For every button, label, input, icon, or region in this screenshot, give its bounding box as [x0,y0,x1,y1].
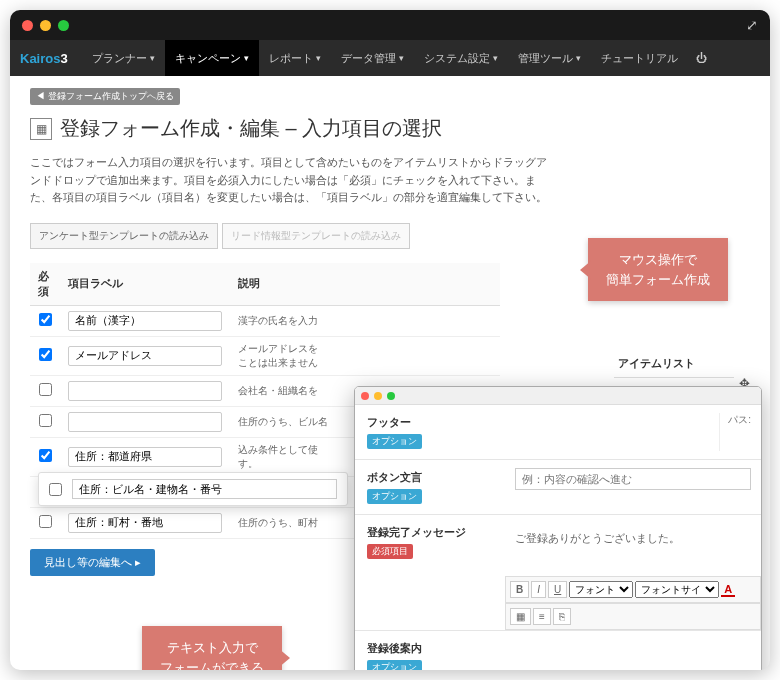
page-title: 登録フォーム作成・編集 – 入力項目の選択 [60,115,442,142]
form-icon: ▦ [30,118,52,140]
breadcrumb-back[interactable]: ◀ 登録フォーム作成トップへ戻る [30,88,180,105]
callout-mouse: マウス操作で 簡単フォーム作成 [588,238,728,301]
desc-cell: メールアドレスを ことは出来ません [230,336,500,375]
template-survey-button[interactable]: アンケート型テンプレートの読み込み [30,223,218,249]
nav-item-2[interactable]: レポート ▾ [259,40,331,76]
table-row: 漢字の氏名を入力 [30,305,500,336]
label-input[interactable] [68,346,222,366]
path-label: パス: [719,413,751,451]
italic-button[interactable]: I [531,581,546,598]
nav-item-3[interactable]: データ管理 ▾ [331,40,414,76]
next-step-button[interactable]: 見出し等の編集へ ▸ [30,549,155,576]
expand-icon[interactable]: ⤢ [746,17,758,33]
nav-item-4[interactable]: システム設定 ▾ [414,40,508,76]
main-window: ⤢ Kairos3 プランナー ▾キャンペーン ▾レポート ▾データ管理 ▾シス… [10,10,770,670]
nav-item-1[interactable]: キャンペーン ▾ [165,40,259,76]
font-color-button[interactable]: A [721,583,735,597]
dragging-row[interactable] [38,472,348,506]
label-input[interactable] [68,311,222,331]
tool-icon[interactable]: ≡ [533,608,551,625]
font-select[interactable]: フォント [569,581,633,598]
subwin-titlebar [355,387,761,405]
subwin-row-right: パス: [505,405,761,459]
subwin-min-dot[interactable] [374,392,382,400]
fontsize-select[interactable]: フォントサイ [635,581,719,598]
item-list-header: アイテムリスト [614,350,734,378]
subwin-row-title: 登録後案内 [367,641,493,656]
subwin-tag: オプション [367,489,422,504]
subwin-tag: オプション [367,660,422,670]
subwin-row: 登録完了メッセージ必須項目ご登録ありがとうございました。BIUフォントフォントサ… [355,515,761,631]
dragging-label-input[interactable] [72,479,337,499]
subwin-row: 登録後案内オプション [355,631,761,670]
bold-button[interactable]: B [510,581,529,598]
subwin-row-right: ご登録ありがとうございました。BIUフォントフォントサイA▦≡⎘ [505,515,761,630]
tool-icon[interactable]: ⎘ [553,608,571,625]
page-description: ここではフォーム入力項目の選択を行います。項目として含めたいものをアイテムリスト… [30,154,550,207]
label-input[interactable] [68,513,222,533]
nav-item-5[interactable]: 管理ツール ▾ [508,40,591,76]
traffic-lights [22,20,69,31]
nav-item-6[interactable]: チュートリアル [591,40,688,76]
required-checkbox[interactable] [39,515,52,528]
content-area: ◀ 登録フォーム作成トップへ戻る ▦ 登録フォーム作成・編集 – 入力項目の選択… [10,76,770,670]
brand-suffix: 3 [60,51,67,66]
brand-name: Kairos [20,51,60,66]
callout-text: テキスト入力で フォームができる [142,626,282,670]
subwin-row-title: ボタン文言 [367,470,493,485]
required-checkbox[interactable] [39,383,52,396]
close-dot[interactable] [22,20,33,31]
subwin-tag: 必須項目 [367,544,413,559]
col-required: 必須 [30,263,60,306]
complete-message-text: ご登録ありがとうございました。 [505,515,761,576]
subwin-row-title: 登録完了メッセージ [367,525,493,540]
required-checkbox[interactable] [39,348,52,361]
editor-toolbar: BIUフォントフォントサイA [505,576,761,603]
subwin-row: フッターオプションパス: [355,405,761,460]
subwin-row-right [505,631,761,670]
button-text-input[interactable] [515,468,751,490]
col-label: 項目ラベル [60,263,230,306]
table-row: メールアドレスを ことは出来ません [30,336,500,375]
editor-toolbar-2: ▦≡⎘ [505,603,761,630]
minimize-dot[interactable] [40,20,51,31]
subwin-zoom-dot[interactable] [387,392,395,400]
subwin-row-right [505,460,761,514]
col-desc: 説明 [230,263,500,306]
zoom-dot[interactable] [58,20,69,31]
dragging-checkbox[interactable] [49,483,62,496]
label-input[interactable] [68,412,222,432]
subwin-body: フッターオプションパス:ボタン文言オプション登録完了メッセージ必須項目ご登録あり… [355,405,761,670]
required-checkbox[interactable] [39,313,52,326]
power-icon[interactable]: ⏻ [688,40,715,76]
subwin-close-dot[interactable] [361,392,369,400]
nav-item-0[interactable]: プランナー ▾ [82,40,165,76]
subwin-row-title: フッター [367,415,493,430]
brand-logo[interactable]: Kairos3 [20,51,68,66]
underline-button[interactable]: U [548,581,567,598]
top-nav: Kairos3 プランナー ▾キャンペーン ▾レポート ▾データ管理 ▾システム… [10,40,770,76]
subwin-row: ボタン文言オプション [355,460,761,515]
required-checkbox[interactable] [39,449,52,462]
tool-icon[interactable]: ▦ [510,608,531,625]
page-title-row: ▦ 登録フォーム作成・編集 – 入力項目の選択 [30,115,750,142]
secondary-window: フッターオプションパス:ボタン文言オプション登録完了メッセージ必須項目ご登録あり… [354,386,762,670]
window-titlebar: ⤢ [10,10,770,40]
desc-cell: 漢字の氏名を入力 [230,305,500,336]
template-lead-button[interactable]: リード情報型テンプレートの読み込み [222,223,410,249]
label-input[interactable] [68,381,222,401]
subwin-tag: オプション [367,434,422,449]
required-checkbox[interactable] [39,414,52,427]
label-input[interactable] [68,447,222,467]
